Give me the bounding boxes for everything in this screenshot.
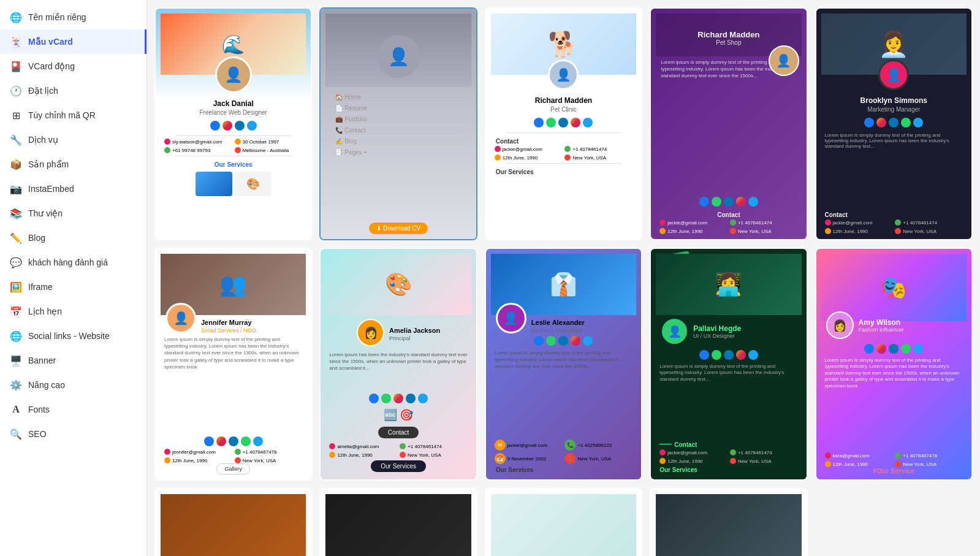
gear-icon: ⚙️ xyxy=(10,379,22,391)
clock-icon: 🕐 xyxy=(10,85,22,97)
divider-2 xyxy=(175,156,292,156)
sidebar-item-iframe[interactable]: 🖼️ Iframe xyxy=(0,275,146,299)
card-role: Freelance Web Designer xyxy=(199,109,267,116)
sidebar: 🌐 Tên miền riêng 🃏 Mẫu vCard 🎴 VCard độn… xyxy=(0,0,147,556)
menu-home: 🏠 Home xyxy=(335,92,461,103)
contact-info: sly.watson@gmail.com 30 October 1997 +61… xyxy=(161,139,306,153)
sidebar-item-lich-hen[interactable]: 📅 Lịch hẹn xyxy=(0,299,146,324)
card-template-2[interactable]: 👤 🏠 Home 📄 Resume 💼 Portfolio 📞 Contact … xyxy=(319,7,477,240)
contact-button[interactable]: Contact xyxy=(378,427,419,438)
blog-icon: ✏️ xyxy=(10,232,22,244)
sidebar-item-khach-hang[interactable]: 💬 khách hàng đánh giá xyxy=(0,250,146,275)
avatar: 👤 xyxy=(878,59,909,90)
library-icon: 📚 xyxy=(10,207,22,219)
social-icons-row xyxy=(534,118,593,128)
card-pallavi-hegde[interactable]: VCard động 👩‍💻 👤 Pallavi Hegde UI / UX D… xyxy=(650,248,807,481)
menu-contact: 📞 Contact xyxy=(335,125,461,136)
hashtag-label: #Our Service xyxy=(873,467,914,474)
services-row: 🎨 xyxy=(196,172,272,196)
card-richard-madden-1[interactable]: 🐕 👤 Richard Madden Pet Clinic Contact ja… xyxy=(485,7,642,240)
twitter-icon xyxy=(247,121,257,131)
main-content: 🌊 👤 Jack Danial Freelance Web Designer s… xyxy=(147,0,980,556)
card-leslie-alexander[interactable]: 👔 👤 Leslie Alexander Business Consultant xyxy=(485,248,642,481)
sidebar-item-ten-mien[interactable]: 🌐 Tên miền riêng xyxy=(0,5,146,29)
sidebar-item-banner[interactable]: 🖥️ Banner xyxy=(0,348,146,373)
card-name: Richard Madden xyxy=(535,96,592,105)
sidebar-item-dich-vu[interactable]: 🔧 Dịch vụ xyxy=(0,128,146,152)
card-food[interactable]: 🍲 xyxy=(154,488,312,556)
services-title: Our Services xyxy=(215,161,253,168)
our-services-button[interactable]: Our Services xyxy=(371,460,426,472)
camera-icon: 📷 xyxy=(10,183,22,195)
social-icons-row xyxy=(210,121,257,131)
card-laptop[interactable]: 💻 xyxy=(650,488,807,556)
iframe-icon: 🖼️ xyxy=(10,281,22,293)
avatar: 👤 xyxy=(548,59,579,90)
card-hair[interactable]: 💄 xyxy=(319,488,477,556)
menu-resume: 📄 Resume xyxy=(335,103,461,114)
sidebar-item-nang-cao[interactable]: ⚙️ Nâng cao xyxy=(0,373,146,397)
gallery-button[interactable]: Gallery xyxy=(216,463,250,474)
divider xyxy=(175,135,292,136)
sidebar-item-vcard-dong[interactable]: 🎴 VCard động xyxy=(0,54,146,78)
review-icon: 💬 xyxy=(10,256,22,268)
calendar-icon: 📅 xyxy=(10,305,22,318)
card-name: Jack Danial xyxy=(213,99,254,108)
wrench-icon: 🔧 xyxy=(10,134,22,146)
menu-portfolio: 💼 Portfolio xyxy=(335,114,461,125)
card-amelia-jackson[interactable]: 🎨 👩 Amelia Jackson Principal Lorem ipsum… xyxy=(319,248,477,481)
sidebar-item-seo[interactable]: 🔍 SEO xyxy=(0,422,146,446)
card-jack-danial[interactable]: 🌊 👤 Jack Danial Freelance Web Designer s… xyxy=(154,7,312,240)
avatar: 👤 xyxy=(769,45,799,76)
font-icon: A xyxy=(10,403,22,416)
sidebar-item-instaembed[interactable]: 📷 InstaEmbed xyxy=(0,177,146,201)
social-icon: 🌐 xyxy=(10,330,22,342)
card-conference[interactable]: 🤝 xyxy=(485,488,642,556)
menu-blog: ✍ Blog xyxy=(335,136,461,147)
menu-items: 🏠 Home 📄 Resume 💼 Portfolio 📞 Contact ✍ … xyxy=(325,92,471,220)
sidebar-item-thu-vien[interactable]: 📚 Thư viện xyxy=(0,201,146,226)
sidebar-item-blog[interactable]: ✏️ Blog xyxy=(0,226,146,250)
sidebar-item-social-links[interactable]: 🌐 Social links - Website xyxy=(0,324,146,348)
facebook-icon xyxy=(210,121,220,131)
linkedin-icon xyxy=(235,121,245,131)
qr-icon: ⊞ xyxy=(10,109,22,121)
search-icon: 🔍 xyxy=(10,428,22,440)
card-grid: 🌊 👤 Jack Danial Freelance Web Designer s… xyxy=(154,7,973,556)
sidebar-item-dat-lich[interactable]: 🕐 Đặt lịch xyxy=(0,78,146,103)
menu-pages: 📑 Pages + xyxy=(335,147,461,158)
card-jennifer-murray[interactable]: 👥 👤 Jennifer Murray Social Services / NG… xyxy=(154,248,312,481)
banner-icon: 🖥️ xyxy=(10,354,22,367)
vcard-icon: 🃏 xyxy=(10,36,22,48)
card-brooklyn-simmons[interactable]: 👩‍💼 👤 Brooklyn Simmons Marketing Manager… xyxy=(815,7,973,240)
product-icon: 📦 xyxy=(10,158,22,170)
globe-icon: 🌐 xyxy=(10,11,22,23)
sidebar-item-mau-vcard[interactable]: 🃏 Mẫu vCard xyxy=(0,29,146,54)
download-cv-button[interactable]: ⬇ Download CV xyxy=(369,223,428,234)
sidebar-item-san-pham[interactable]: 📦 Sản phẩm xyxy=(0,152,146,177)
instagram-icon xyxy=(222,121,232,131)
sidebar-item-fonts[interactable]: A Fonts xyxy=(0,397,146,422)
avatar: 👤 xyxy=(215,56,252,93)
dynamic-icon: 🎴 xyxy=(10,60,22,72)
card-amy-wilson[interactable]: 🎭 👩 Amy Wilson Fashion Influencer xyxy=(815,248,973,481)
card-richard-madden-2[interactable]: Richard Madden Pet Shop 👤 Lorem ipsum is… xyxy=(650,7,807,240)
card-role: Pet Clinic xyxy=(550,106,576,113)
sidebar-item-tuy-chinh-qr[interactable]: ⊞ Tùy chỉnh mã QR xyxy=(0,103,146,128)
